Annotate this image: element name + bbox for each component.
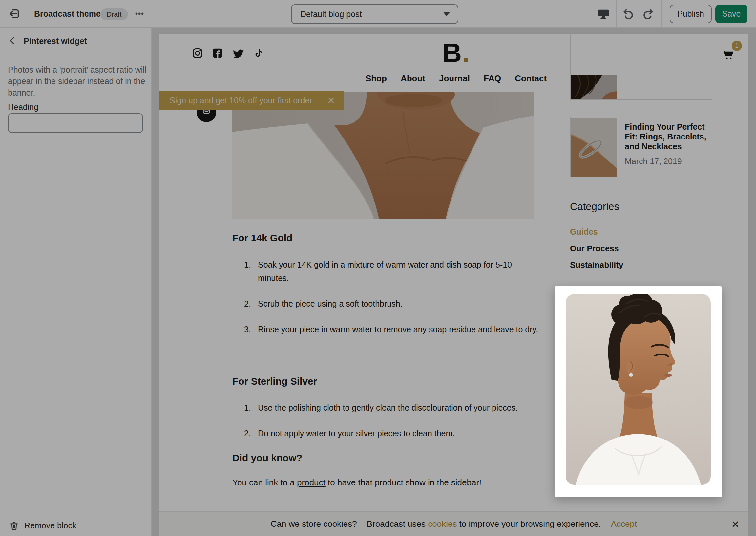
page-selector-dropdown[interactable]: Default blog post: [291, 4, 458, 24]
remove-block-label: Remove block: [24, 521, 76, 530]
categories-heading: Categories: [570, 201, 619, 213]
article-card-title[interactable]: Finding Your Perfect Fit: Rings, Bracele…: [625, 122, 709, 151]
announcement-close-button[interactable]: ✕: [328, 95, 335, 106]
tiktok-icon[interactable]: [252, 47, 265, 60]
more-options-icon: [134, 8, 145, 20]
divider: [570, 217, 712, 217]
cookie-text: Broadcast uses: [367, 519, 428, 529]
nav-faq[interactable]: FAQ: [484, 74, 501, 84]
section-heading: For Sterling Silver: [232, 376, 317, 387]
device-preview-button[interactable]: [595, 6, 612, 22]
page-selector-value: Default blog post: [292, 10, 443, 19]
draft-status-badge: Draft: [100, 8, 128, 20]
twitter-icon[interactable]: [231, 47, 244, 60]
more-options-button[interactable]: [131, 6, 148, 22]
tip-text: You can link to a: [232, 478, 297, 487]
cookies-link[interactable]: cookies: [428, 519, 457, 529]
cookie-question: Can we store cookies?: [271, 519, 357, 529]
article-thumbnail: [571, 75, 617, 99]
store-nav: Shop About Journal FAQ Contact: [338, 74, 574, 84]
desktop-icon: [597, 8, 610, 20]
remove-block-button[interactable]: Remove block: [0, 515, 151, 536]
gold-steps-list: Soak your 14K gold in a mixture of warm …: [232, 258, 541, 348]
back-button[interactable]: [5, 34, 20, 48]
portrait-photo: [566, 294, 711, 485]
category-guides[interactable]: Guides: [570, 227, 598, 237]
facebook-icon[interactable]: [211, 47, 224, 60]
topbar-divider: [616, 0, 616, 28]
cookie-banner: Can we store cookies? Broadcast uses coo…: [159, 511, 748, 536]
chevron-down-icon: [443, 12, 450, 17]
exit-editor-button[interactable]: [5, 5, 23, 23]
silver-steps-list: Use the polishing cloth to gently clean …: [232, 401, 541, 452]
cookie-accept-button[interactable]: Accept: [611, 519, 637, 529]
nav-shop[interactable]: Shop: [365, 74, 387, 84]
topbar-divider: [28, 0, 28, 28]
section-heading: Did you know?: [232, 452, 302, 463]
redo-icon: [642, 8, 654, 21]
block-settings-panel: Pinterest widget Photos with a 'portrait…: [0, 28, 152, 536]
article-card[interactable]: Finding Your Perfect Fit: Rings, Bracele…: [570, 117, 712, 177]
redo-button[interactable]: [640, 6, 656, 22]
article-card-date: March 17, 2019: [625, 156, 682, 166]
heading-label: Heading: [8, 102, 38, 112]
theme-name: Broadcast theme: [34, 0, 101, 28]
undo-icon: [622, 8, 634, 21]
pinterest-widget-block[interactable]: [554, 286, 722, 497]
cookie-close-button[interactable]: ✕: [728, 512, 743, 536]
logo-dot: .: [462, 38, 470, 68]
article-card-partial[interactable]: [570, 34, 712, 100]
tip-paragraph: You can link to a product to have that p…: [232, 478, 481, 488]
cart-count-badge: 1: [732, 41, 742, 51]
trash-icon: [9, 521, 19, 531]
article-thumbnail: [571, 117, 617, 177]
editor-topbar: Broadcast theme Draft Default blog post …: [0, 0, 756, 28]
list-item: Soak your 14K gold in a mixture of warm …: [232, 258, 541, 285]
list-item: Use the polishing cloth to gently clean …: [232, 401, 541, 415]
announcement-banner: Sign up and get 10% off your first order…: [159, 91, 344, 110]
panel-header: Pinterest widget: [0, 28, 151, 54]
article-hero-image: [232, 92, 534, 218]
save-button[interactable]: Save: [715, 5, 747, 23]
nav-about[interactable]: About: [401, 74, 425, 84]
list-item: Rinse your piece in warm water to remove…: [232, 323, 541, 336]
exit-icon: [8, 8, 20, 21]
product-link[interactable]: product: [297, 478, 326, 487]
announcement-text: Sign up and get 10% off your first order: [170, 96, 328, 105]
list-item: Scrub the piece using a soft toothbrush.: [232, 297, 541, 311]
block-description: Photos with a 'portrait' aspect ratio wi…: [8, 64, 148, 98]
category-our-process[interactable]: Our Process: [570, 244, 619, 253]
store-logo[interactable]: B.: [436, 37, 476, 68]
publish-button[interactable]: Publish: [670, 5, 712, 23]
section-heading: For 14k Gold: [232, 232, 292, 244]
heading-input[interactable]: [8, 113, 143, 133]
nav-journal[interactable]: Journal: [439, 74, 470, 84]
tip-text: to have that product show in the sidebar…: [326, 478, 482, 487]
cookie-text: to improve your browsing experience.: [457, 519, 601, 529]
list-item: Do not apply water to your silver pieces…: [232, 427, 541, 440]
topbar-divider: [662, 0, 662, 28]
undo-button[interactable]: [620, 6, 637, 22]
theme-editor: Broadcast theme Draft Default blog post …: [0, 0, 756, 536]
nav-contact[interactable]: Contact: [515, 74, 547, 84]
logo-letter: B: [442, 38, 462, 68]
panel-title: Pinterest widget: [24, 28, 87, 54]
chevron-left-icon: [8, 36, 17, 46]
category-sustainability[interactable]: Sustainability: [570, 260, 623, 270]
instagram-icon[interactable]: [191, 47, 204, 60]
cookie-message: Broadcast uses cookies to improve your b…: [367, 519, 601, 529]
